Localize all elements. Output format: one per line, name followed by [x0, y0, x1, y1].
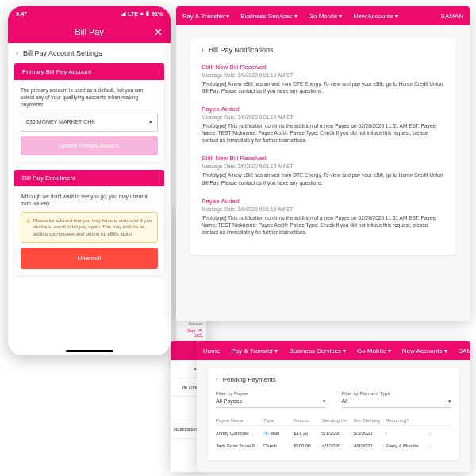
enrollment-card: Bill Pay Enrollment Although we don't wa… [14, 170, 164, 276]
notif-msg: [Prototype] This notification confirms t… [202, 122, 444, 144]
chevron-down-icon: ▾ [149, 118, 152, 126]
notif-item-title: Payee Added [202, 106, 444, 113]
nav-mobile[interactable]: Go Mobile ▾ [357, 347, 391, 355]
close-icon[interactable]: ✕ [154, 26, 163, 38]
status-bar: 9:47 ◢ LTE ▴ ▮ 91% [8, 6, 171, 21]
phone-frame: 9:47 ◢ LTE ▴ ▮ 91% Bill Pay ✕ ‹ Bill Pay… [8, 6, 171, 355]
card-header: Primary Bill Pay Account [14, 63, 164, 80]
table-row[interactable]: Xfinity Comcast📧 eBill$37.305/1/20205/2/… [216, 426, 451, 440]
battery-label: 91% [152, 11, 163, 17]
unenroll-button[interactable]: Unenroll [21, 248, 158, 269]
filter-type[interactable]: Filter by Payment Type All▾ [342, 391, 452, 408]
pending-panel: Home Pay & Transfer ▾ Business Services … [197, 341, 470, 472]
notification-item: Ebill New Bill ReceivedMessage Date: 3/6… [202, 63, 444, 94]
signal-icon: ◢ [121, 10, 125, 17]
subheader: ‹ Bill Pay Account Settings [8, 43, 171, 63]
table-row[interactable]: Jack Frost Snow R..Check$500.004/1/20204… [216, 440, 451, 452]
home-indicator[interactable] [66, 350, 113, 352]
chevron-down-icon: ▾ [323, 398, 326, 405]
notif-item-title: Ebill New Bill Received [202, 63, 444, 71]
notification-item: Payee AddedMessage Date: 3/6/2020 9:01:1… [202, 106, 444, 144]
warning-alert: ⚠ Please be advised that you may have to… [21, 212, 158, 243]
notif-msg: [Prototype] This notification confirms t… [202, 214, 444, 236]
notification-item: Payee AddedMessage Date: 3/6/2020 9:01:1… [202, 198, 444, 236]
notification-item: Ebill New Bill ReceivedMessage Date: 3/6… [202, 155, 444, 186]
primary-desc: The primary account is used as a default… [21, 86, 158, 108]
top-nav: Pay & Transfer ▾ Business Services ▾ Go … [176, 6, 470, 25]
page-title: Bill Pay [75, 27, 104, 36]
notif-msg: [Prototype] A new eBill has arrived from… [202, 171, 444, 186]
warning-icon: ⚠ [26, 217, 30, 237]
back-icon[interactable]: ‹ [202, 46, 204, 54]
nav-accounts[interactable]: New Accounts ▾ [402, 347, 447, 355]
filter-payee[interactable]: Filter by Payee All Payees▾ [216, 391, 326, 408]
update-primary-button[interactable]: Update Primary Account [21, 136, 158, 155]
nav-mobile[interactable]: Go Mobile ▾ [309, 13, 343, 20]
notif-date: Message Date: 3/6/2020 9:01:19 AM ET [202, 72, 444, 78]
chevron-down-icon: ▾ [448, 398, 451, 405]
subtitle: Bill Pay Account Settings [23, 49, 102, 57]
notif-item-title: Ebill New Bill Received [202, 155, 444, 162]
nav-accounts[interactable]: New Accounts ▾ [353, 13, 398, 20]
nav-pay-transfer[interactable]: Pay & Transfer ▾ [182, 13, 229, 20]
network-label: LTE [128, 11, 138, 17]
top-nav: Home Pay & Transfer ▾ Business Services … [197, 341, 470, 360]
nav-pay-transfer[interactable]: Pay & Transfer ▾ [231, 347, 278, 355]
nav-user[interactable]: SAMANTHA [459, 347, 470, 355]
signal-icon: ▴ [140, 10, 144, 17]
back-icon[interactable]: ‹ [16, 49, 18, 57]
primary-account-card: Primary Bill Pay Account The primary acc… [14, 63, 164, 162]
pending-title: ‹ Pending Payments [216, 376, 451, 383]
battery-icon: ▮ [146, 10, 149, 17]
table-header: Payee Name Type Amount Sending On Est. D… [216, 416, 451, 426]
notif-msg: [Prototype] A new eBill has arrived from… [202, 80, 444, 94]
card-header: Bill Pay Enrollment [14, 170, 164, 186]
enroll-desc: Although we don't want to see you go, yo… [21, 193, 158, 207]
notifications-title: ‹ Bill Pay Notifications [202, 46, 444, 54]
nav-home[interactable]: Home [203, 347, 220, 355]
notif-date: Message Date: 3/6/2020 9:01:19 AM ET [202, 163, 444, 169]
notif-date: Message Date: 3/6/2020 9:01:19 AM ET [202, 114, 444, 120]
back-icon[interactable]: ‹ [216, 376, 218, 383]
account-select[interactable]: 030 MONEY MARKET CHK ▾ [21, 113, 158, 132]
notif-item-title: Payee Added [202, 198, 444, 205]
nav-business[interactable]: Business Services ▾ [290, 347, 347, 355]
nav-user[interactable]: SAMAN [441, 13, 463, 20]
notif-date: Message Date: 3/6/2020 9:01:19 AM ET [202, 206, 444, 212]
title-bar: Bill Pay ✕ [8, 21, 171, 43]
notifications-panel: Pay & Transfer ▾ Business Services ▾ Go … [176, 6, 470, 321]
nav-business[interactable]: Business Services ▾ [240, 13, 298, 20]
status-time: 9:47 [16, 11, 27, 17]
